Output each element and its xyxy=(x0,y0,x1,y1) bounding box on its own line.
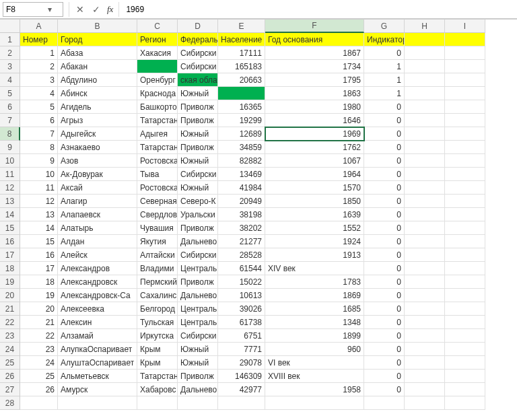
cell[interactable]: Сахалинс xyxy=(137,289,178,302)
cell[interactable]: 0 xyxy=(364,248,405,262)
cell[interactable] xyxy=(445,168,485,181)
cell[interactable]: 1734 xyxy=(265,60,364,73)
formula-input[interactable] xyxy=(122,2,517,17)
cell[interactable] xyxy=(137,60,178,73)
cell[interactable]: Ак-Довурак xyxy=(58,168,137,181)
cell[interactable]: 2 xyxy=(20,60,58,73)
cell[interactable]: 165183 xyxy=(218,60,265,73)
cell[interactable] xyxy=(445,73,485,87)
cell[interactable] xyxy=(405,114,445,127)
cell[interactable]: Чувашия xyxy=(137,221,178,235)
header-cell[interactable] xyxy=(445,33,485,46)
cell[interactable] xyxy=(445,60,485,73)
cell[interactable]: 14 xyxy=(20,221,58,235)
cell[interactable]: Приволж xyxy=(178,141,218,154)
cell[interactable]: Татарстан xyxy=(137,141,178,154)
cell[interactable]: 12 xyxy=(20,195,58,208)
cell[interactable]: 1348 xyxy=(265,316,364,329)
cell[interactable]: 1969 xyxy=(265,127,364,141)
cell[interactable]: Уральски xyxy=(178,208,218,221)
cell[interactable]: 0 xyxy=(364,141,405,154)
row-header[interactable]: 3 xyxy=(0,60,20,73)
cell[interactable] xyxy=(445,195,485,208)
cell[interactable]: 26 xyxy=(20,383,58,396)
header-cell[interactable]: Индикатор xyxy=(364,33,405,46)
cell[interactable]: 0 xyxy=(364,221,405,235)
cell[interactable]: Абаза xyxy=(58,46,137,60)
cell[interactable]: 6 xyxy=(20,114,58,127)
cell[interactable]: 0 xyxy=(364,168,405,181)
cell[interactable]: 1899 xyxy=(265,329,364,343)
column-header-F[interactable]: F xyxy=(265,20,364,33)
cell[interactable]: Александровск-Са xyxy=(58,289,137,302)
cell[interactable]: Татарстан xyxy=(137,370,178,383)
cell[interactable]: Аксай xyxy=(58,181,137,195)
cell[interactable]: 20949 xyxy=(218,195,265,208)
cell[interactable]: 25 xyxy=(20,370,58,383)
spreadsheet-grid[interactable]: ABCDEFGHI1НомерГородРегионФедеральНаселе… xyxy=(0,19,517,410)
cell[interactable] xyxy=(405,168,445,181)
cell[interactable] xyxy=(405,127,445,141)
select-all-corner[interactable] xyxy=(0,20,20,33)
cell[interactable]: 0 xyxy=(364,343,405,356)
cell[interactable]: Алексин xyxy=(58,316,137,329)
row-header[interactable]: 12 xyxy=(0,181,20,195)
name-box-input[interactable] xyxy=(3,5,45,14)
cell[interactable]: Централь xyxy=(178,302,218,316)
cell[interactable]: Алапаевск xyxy=(58,208,137,221)
cell[interactable]: Централь xyxy=(178,316,218,329)
row-header[interactable]: 7 xyxy=(0,114,20,127)
cell[interactable]: 42977 xyxy=(218,383,265,396)
cell[interactable]: Сибирски xyxy=(178,168,218,181)
row-header[interactable]: 21 xyxy=(0,302,20,316)
cell[interactable]: 0 xyxy=(364,316,405,329)
cell[interactable] xyxy=(445,208,485,221)
row-header[interactable]: 11 xyxy=(0,168,20,181)
cell[interactable] xyxy=(405,87,445,100)
row-header[interactable]: 24 xyxy=(0,343,20,356)
cell[interactable]: 0 xyxy=(364,275,405,289)
cell[interactable]: АлупкаОспаривает xyxy=(58,343,137,356)
cell[interactable]: 1646 xyxy=(265,114,364,127)
cell[interactable]: 7 xyxy=(20,127,58,141)
row-header[interactable]: 27 xyxy=(0,383,20,396)
cell[interactable]: ская обла xyxy=(178,73,218,87)
cell[interactable]: 15022 xyxy=(218,275,265,289)
row-header[interactable]: 18 xyxy=(0,262,20,275)
row-header[interactable]: 13 xyxy=(0,195,20,208)
chevron-down-icon[interactable]: ▾ xyxy=(45,5,55,14)
cell[interactable] xyxy=(405,289,445,302)
cell[interactable]: Сибирски xyxy=(178,46,218,60)
cell[interactable]: 1958 xyxy=(265,383,364,396)
cell[interactable]: Адыгейск xyxy=(58,127,137,141)
cell[interactable]: Алдан xyxy=(58,235,137,248)
cell[interactable]: 5 xyxy=(20,100,58,114)
cell[interactable]: Приволж xyxy=(178,221,218,235)
cancel-icon[interactable]: ✕ xyxy=(72,2,88,17)
cell[interactable] xyxy=(364,396,405,410)
cell[interactable]: 7771 xyxy=(218,343,265,356)
cell[interactable]: Оренбург xyxy=(137,73,178,87)
cell[interactable]: 16 xyxy=(20,248,58,262)
cell[interactable] xyxy=(405,302,445,316)
cell[interactable]: Приволж xyxy=(178,114,218,127)
cell[interactable] xyxy=(445,329,485,343)
cell[interactable]: 1850 xyxy=(265,195,364,208)
cell[interactable]: 0 xyxy=(364,181,405,195)
header-cell[interactable]: Год основания xyxy=(265,33,364,46)
cell[interactable]: 38202 xyxy=(218,221,265,235)
cell[interactable]: 39026 xyxy=(218,302,265,316)
cell[interactable]: Александровск xyxy=(58,275,137,289)
cell[interactable]: Азнакаево xyxy=(58,141,137,154)
row-header[interactable]: 10 xyxy=(0,154,20,168)
cell[interactable]: 0 xyxy=(364,329,405,343)
cell[interactable]: Дальнево xyxy=(178,235,218,248)
cell[interactable]: 23 xyxy=(20,343,58,356)
cell[interactable]: 1980 xyxy=(265,100,364,114)
row-header[interactable]: 25 xyxy=(0,356,20,370)
cell[interactable]: Агрыз xyxy=(58,114,137,127)
cell[interactable]: Альметьевск xyxy=(58,370,137,383)
cell[interactable]: Хакасия xyxy=(137,46,178,60)
row-header[interactable]: 19 xyxy=(0,275,20,289)
cell[interactable]: VI век xyxy=(265,356,364,370)
